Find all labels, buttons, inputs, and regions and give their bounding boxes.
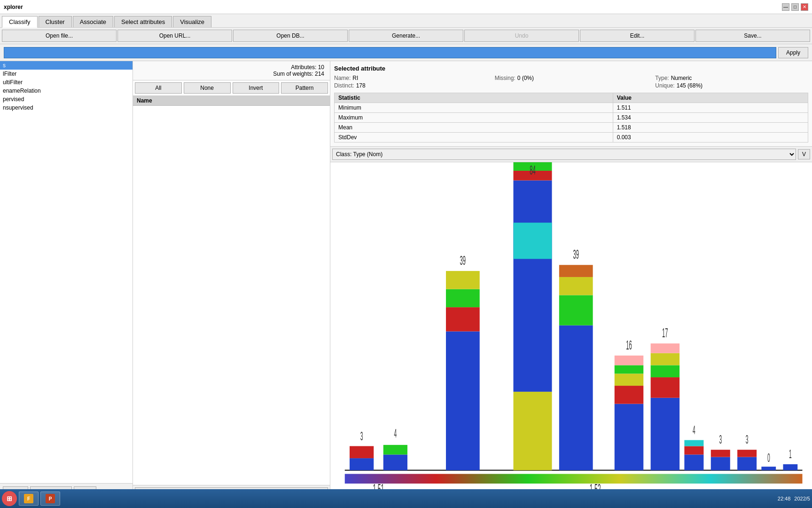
class-dropdown-row: Class: Type (Nom) V	[330, 147, 812, 162]
invert-button[interactable]: Invert	[233, 82, 280, 94]
maximize-button[interactable]: □	[791, 3, 799, 11]
svg-text:3: 3	[360, 429, 363, 443]
svg-rect-15	[514, 181, 552, 392]
selected-attribute-section: Selected attribute Name: RI Missing: 0 (…	[330, 61, 812, 147]
left-panel: s lFilter ultiFilter enameRelation pervi…	[0, 61, 133, 500]
stat-value: 0.003	[613, 133, 808, 143]
svg-rect-37	[651, 343, 680, 353]
close-button[interactable]: ✕	[801, 3, 808, 11]
svg-rect-10	[446, 332, 480, 470]
svg-rect-44	[711, 450, 730, 457]
svg-rect-47	[737, 450, 757, 457]
main-area: s lFilter ultiFilter enameRelation pervi…	[0, 61, 812, 500]
selected-attribute-title: Selected attribute	[334, 65, 808, 72]
svg-text:39: 39	[460, 253, 466, 268]
none-button[interactable]: None	[184, 82, 231, 94]
tab-visualize[interactable]: Visualize	[173, 16, 211, 27]
list-item[interactable]: nsupervised	[0, 103, 133, 112]
edit-button[interactable]: Edit...	[580, 30, 695, 42]
svg-rect-5	[350, 446, 374, 458]
nav-tabs: Classify Cluster Associate Select attrib…	[0, 14, 812, 28]
undo-button[interactable]: Undo	[464, 30, 579, 42]
histogram-chart: 1.51 1.52 3 4 39	[330, 162, 812, 500]
tab-cluster[interactable]: Cluster	[39, 16, 72, 27]
svg-text:0: 0	[767, 451, 770, 464]
svg-text:4: 4	[394, 427, 397, 440]
stat-label: StdDev	[335, 133, 613, 143]
right-panel: Selected attribute Name: RI Missing: 0 (…	[330, 61, 812, 500]
svg-rect-39	[684, 454, 703, 470]
list-item[interactable]: ultiFilter	[0, 78, 133, 87]
svg-text:39: 39	[573, 247, 579, 262]
svg-rect-8	[383, 445, 407, 455]
svg-text:17: 17	[662, 325, 668, 341]
visualize-button[interactable]: V	[798, 149, 810, 159]
stat-value: 1.511	[613, 103, 808, 113]
stats-table: Statistic Value Minimum1.511Maximum1.534…	[334, 93, 808, 143]
svg-rect-19	[514, 392, 552, 470]
attribute-list[interactable]	[133, 106, 330, 485]
attributes-info: Attributes: 10 Sum of weights: 214	[133, 61, 330, 80]
open-db-button[interactable]: Open DB...	[233, 30, 348, 42]
unique-value: 145 (68%)	[677, 82, 703, 89]
svg-rect-40	[684, 446, 703, 454]
apply-button[interactable]: Apply	[778, 47, 808, 58]
list-item[interactable]: s	[0, 61, 133, 70]
title-bar: xplorer — □ ✕	[0, 0, 812, 14]
svg-rect-49	[761, 467, 776, 470]
top-filter-bar: Apply	[0, 44, 812, 61]
attr-missing-item: Missing: 0 (0%)	[495, 75, 648, 81]
tab-select-attributes[interactable]: Select attributes	[114, 16, 172, 27]
list-item[interactable]: lFilter	[0, 70, 133, 78]
attr-name-item: Name: RI	[334, 75, 487, 81]
name-column-label: Name	[137, 97, 152, 104]
save-button[interactable]: Save...	[695, 30, 810, 42]
stat-value: 1.518	[613, 123, 808, 133]
attr-list-header: Name	[133, 96, 330, 106]
tab-associate[interactable]: Associate	[73, 16, 113, 27]
taskbar-item-ppt[interactable]: P	[40, 492, 60, 506]
attributes-count: 10	[318, 64, 324, 71]
class-dropdown[interactable]: Class: Type (Nom)	[332, 149, 796, 160]
list-item[interactable]: pervised	[0, 95, 133, 103]
generate-button[interactable]: Generate...	[349, 30, 463, 42]
svg-rect-1	[345, 474, 803, 484]
distinct-label: Distinct:	[334, 82, 354, 89]
pattern-button[interactable]: Pattern	[281, 82, 328, 94]
list-item[interactable]: enameRelation	[0, 87, 133, 95]
window-controls: — □ ✕	[782, 3, 808, 11]
folder-icon: F	[24, 494, 33, 503]
open-file-button[interactable]: Open file...	[2, 30, 117, 42]
taskbar-item-folder[interactable]: F	[19, 492, 39, 506]
svg-rect-36	[651, 353, 680, 365]
svg-rect-33	[651, 398, 680, 470]
svg-rect-29	[615, 373, 644, 386]
distinct-value: 178	[356, 82, 366, 89]
svg-text:3: 3	[746, 433, 749, 446]
top-filter-input[interactable]	[4, 47, 776, 58]
svg-rect-24	[559, 277, 593, 295]
attribute-buttons: All None Invert Pattern	[133, 80, 330, 96]
svg-rect-43	[711, 457, 730, 470]
start-button[interactable]: ⊞	[2, 491, 17, 506]
svg-rect-11	[446, 307, 480, 331]
svg-rect-28	[615, 386, 644, 404]
type-value: Numeric	[671, 75, 692, 81]
open-url-button[interactable]: Open URL...	[117, 30, 232, 42]
all-button[interactable]: All	[135, 82, 182, 94]
svg-rect-41	[684, 440, 703, 446]
stat-value: 1.534	[613, 113, 808, 123]
svg-text:1: 1	[789, 447, 792, 460]
taskbar: ⊞ F P 22:48 2022/5	[0, 489, 812, 508]
svg-rect-31	[615, 356, 644, 365]
tab-classify[interactable]: Classify	[2, 16, 38, 28]
svg-rect-35	[651, 365, 680, 377]
svg-rect-34	[651, 377, 680, 398]
svg-text:4: 4	[693, 423, 695, 437]
name-value: RI	[352, 75, 358, 81]
name-label: Name:	[334, 75, 351, 81]
minimize-button[interactable]: —	[782, 3, 789, 11]
missing-label: Missing:	[495, 75, 515, 81]
attributes-label: Attributes:	[291, 64, 316, 71]
missing-value: 0 (0%)	[517, 75, 534, 81]
